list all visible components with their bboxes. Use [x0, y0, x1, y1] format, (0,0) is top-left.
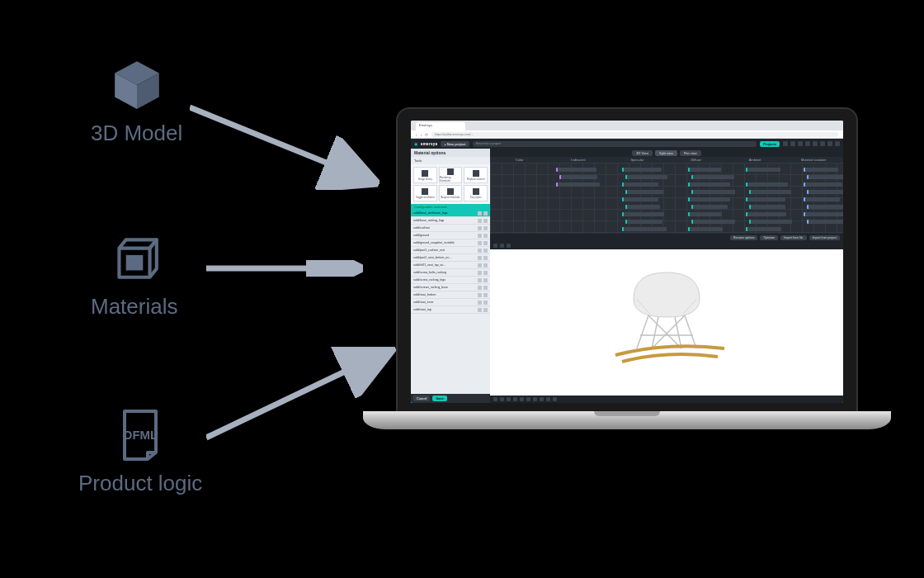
more-icon[interactable]: [483, 301, 488, 305]
forward-icon[interactable]: ›: [421, 132, 422, 137]
address-bar[interactable]: https://author.emersya.com/…: [431, 132, 838, 137]
graph-node[interactable]: [622, 227, 667, 231]
material-row[interactable]: solid/base_wireframe_legs: [411, 210, 490, 217]
projects-button[interactable]: Projects: [760, 141, 780, 147]
graph-node[interactable]: [691, 190, 735, 194]
more-icon[interactable]: [483, 249, 488, 253]
graph-node[interactable]: [749, 220, 792, 224]
topbar-icon[interactable]: [827, 141, 832, 146]
browser-tab[interactable]: Emersya: [416, 122, 465, 130]
material-row[interactable]: solid/seat_top: [411, 306, 490, 314]
topbar-icon[interactable]: [805, 141, 810, 146]
graph-action-button[interactable]: Import from lib.: [780, 235, 806, 240]
view-tab[interactable]: Flat view: [680, 150, 701, 156]
graph-node[interactable]: [807, 220, 843, 224]
viewport-tool-icon[interactable]: [520, 397, 524, 401]
more-icon[interactable]: [483, 308, 488, 312]
reload-icon[interactable]: ⟳: [425, 132, 428, 137]
topbar-icon[interactable]: [813, 141, 818, 146]
viewport-tool-icon[interactable]: [553, 397, 557, 401]
viewport-tool-icon[interactable]: [507, 244, 511, 248]
material-row[interactable]: solid/ground: [411, 232, 490, 239]
new-project-button[interactable]: + New project: [441, 141, 469, 147]
topbar-icon[interactable]: [790, 141, 795, 146]
graph-node[interactable]: [807, 175, 843, 179]
graph-node[interactable]: [556, 168, 596, 172]
graph-node[interactable]: [691, 205, 728, 209]
more-icon[interactable]: [483, 211, 488, 216]
viewport-tool-icon[interactable]: [526, 397, 530, 401]
more-icon[interactable]: [483, 234, 488, 238]
graph-node[interactable]: [622, 168, 662, 172]
graph-action-button[interactable]: Rename options: [730, 235, 758, 240]
search-input[interactable]: Search for a project: [473, 141, 757, 147]
more-icon[interactable]: [483, 226, 488, 230]
material-row[interactable]: solid/seat_inner: [411, 299, 490, 306]
edit-icon[interactable]: [478, 249, 482, 253]
material-row[interactable]: solid/screws_rocking_base: [411, 284, 490, 291]
graph-node[interactable]: [804, 168, 838, 172]
graph-node[interactable]: [691, 175, 734, 179]
graph-action-button[interactable]: Optimize: [760, 235, 778, 240]
graph-node[interactable]: [807, 190, 843, 194]
view-tab[interactable]: 3D View: [632, 150, 653, 156]
graph-node[interactable]: [691, 220, 735, 224]
graph-node[interactable]: [625, 190, 663, 194]
edit-icon[interactable]: [478, 271, 482, 275]
material-row[interactable]: solid/part1_cushion_rest: [411, 247, 490, 254]
graph-node[interactable]: [749, 190, 791, 194]
edit-icon[interactable]: [478, 241, 482, 245]
edit-icon[interactable]: [478, 286, 482, 290]
more-icon[interactable]: [483, 286, 488, 290]
tool-tile[interactable]: Image library: [413, 167, 437, 183]
viewport-tool-icon[interactable]: [500, 244, 504, 248]
graph-node[interactable]: [688, 212, 722, 216]
graph-node[interactable]: [746, 168, 780, 172]
topbar-icon[interactable]: [835, 141, 840, 146]
graph-node[interactable]: [804, 197, 840, 201]
viewport-tool-icon[interactable]: [540, 397, 544, 401]
graph-node[interactable]: [746, 197, 785, 201]
material-row[interactable]: solid/rh01_seat_top_wi…: [411, 262, 490, 269]
tool-tile[interactable]: Key styles: [464, 185, 488, 201]
topbar-icon[interactable]: [783, 141, 788, 146]
more-icon[interactable]: [483, 263, 488, 268]
tool-tile[interactable]: Rendering Scheduler: [439, 167, 463, 183]
more-icon[interactable]: [483, 256, 488, 260]
graph-node[interactable]: [746, 182, 788, 187]
edit-icon[interactable]: [478, 263, 482, 268]
graph-node[interactable]: [622, 182, 658, 187]
graph-node[interactable]: [688, 227, 723, 231]
graph-node[interactable]: [625, 205, 660, 209]
viewport-3d[interactable]: [490, 249, 843, 396]
viewport-tool-icon[interactable]: [546, 397, 550, 401]
viewport-tool-icon[interactable]: [500, 397, 504, 401]
material-row[interactable]: solid/part2_seat_bottom_wi…: [411, 254, 490, 262]
tool-tile[interactable]: Acquire materials: [439, 185, 463, 201]
material-row[interactable]: solid/base_rocking_legs: [411, 217, 490, 225]
edit-icon[interactable]: [478, 219, 482, 223]
graph-node[interactable]: [559, 175, 597, 179]
edit-icon[interactable]: [478, 234, 482, 238]
viewport-tool-icon[interactable]: [493, 397, 497, 401]
edit-icon[interactable]: [478, 301, 482, 305]
graph-node[interactable]: [688, 197, 730, 201]
viewport-tool-icon[interactable]: [513, 397, 517, 401]
graph-node[interactable]: [622, 197, 658, 201]
back-icon[interactable]: ‹: [416, 132, 417, 137]
graph-node[interactable]: [804, 212, 843, 216]
more-icon[interactable]: [483, 219, 488, 223]
material-row[interactable]: solid/ground_snapshot_invisible: [411, 239, 490, 247]
graph-node[interactable]: [807, 205, 843, 209]
edit-icon[interactable]: [478, 226, 482, 230]
edit-icon[interactable]: [478, 308, 482, 312]
graph-node[interactable]: [746, 212, 786, 216]
material-row[interactable]: solid/screw_bolts_rocking: [411, 269, 490, 277]
topbar-icon[interactable]: [820, 141, 825, 146]
graph-node[interactable]: [625, 175, 667, 179]
viewport-tool-icon[interactable]: [507, 397, 511, 401]
graph-node[interactable]: [746, 227, 781, 231]
viewport-tool-icon[interactable]: [493, 244, 497, 248]
cancel-button[interactable]: Cancel: [413, 396, 430, 401]
graph-node[interactable]: [688, 168, 721, 172]
